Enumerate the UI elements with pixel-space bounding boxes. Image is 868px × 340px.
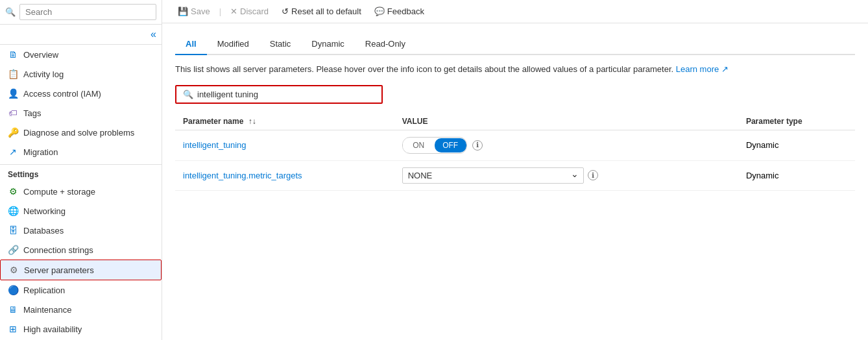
sidebar-item-compute-storage[interactable]: ⚙ Compute + storage	[0, 182, 162, 201]
info-icon[interactable]: ℹ	[472, 140, 483, 151]
compute-storage-icon: ⚙	[8, 186, 18, 197]
connection-strings-icon: 🔗	[8, 245, 18, 255]
sidebar-item-maintenance[interactable]: 🖥 Maintenance	[0, 300, 162, 319]
toggle-on-option[interactable]: ON	[403, 138, 435, 152]
server-parameters-icon: ⚙	[8, 265, 19, 275]
tab-read-only[interactable]: Read-Only	[355, 34, 416, 55]
sidebar-item-label: Compute + storage	[23, 187, 95, 197]
sidebar-item-migration[interactable]: ↗ Migration	[0, 142, 162, 162]
sidebar-search-input[interactable]	[19, 4, 156, 20]
tabs-container: All Modified Static Dynamic Read-Only	[175, 34, 855, 55]
tab-all[interactable]: All	[175, 34, 207, 55]
discard-label: Discard	[240, 6, 269, 16]
diagnose-icon: 🔑	[8, 127, 18, 138]
sidebar-item-server-parameters[interactable]: ⚙ Server parameters	[0, 260, 162, 280]
param-name-link[interactable]: intelligent_tuning.metric_targets	[183, 171, 302, 180]
parameter-search-box: 🔍	[175, 85, 383, 104]
networking-icon: 🌐	[8, 206, 18, 216]
high-availability-icon: ⊞	[8, 324, 18, 334]
sidebar-item-activity-log[interactable]: 📋 Activity log	[0, 64, 162, 84]
param-type-cell: Dynamic	[738, 160, 855, 190]
info-icon[interactable]: ℹ	[588, 170, 598, 180]
feedback-button[interactable]: 💬 Feedback	[369, 4, 429, 19]
reset-icon: ↺	[282, 6, 289, 16]
sidebar-search-container: 🔍	[0, 0, 162, 25]
sidebar-item-high-availability[interactable]: ⊞ High availability	[0, 319, 162, 339]
table-row: intelligent_tuning ON OFF ℹ Dynamic	[175, 130, 855, 160]
dropdown-wrapper: NONE ALL	[402, 167, 584, 184]
metric-targets-dropdown[interactable]: NONE ALL	[402, 167, 584, 184]
sidebar-item-label: Replication	[23, 285, 65, 295]
toggle-control[interactable]: ON OFF	[402, 137, 467, 154]
table-row: intelligent_tuning.metric_targets NONE A…	[175, 160, 855, 190]
toolbar-separator: |	[219, 6, 221, 16]
maintenance-icon: 🖥	[8, 304, 18, 315]
tab-modified[interactable]: Modified	[207, 34, 259, 55]
sidebar-item-databases[interactable]: 🗄 Databases	[0, 221, 162, 240]
col-header-name: Parameter name ↑↓	[175, 113, 394, 130]
tab-dynamic[interactable]: Dynamic	[301, 34, 355, 55]
save-button[interactable]: 💾 Save	[173, 4, 215, 19]
sidebar-item-label: Server parameters	[24, 265, 94, 275]
sidebar-item-label: Overview	[23, 50, 58, 60]
param-name-link[interactable]: intelligent_tuning	[183, 140, 247, 150]
parameters-table: Parameter name ↑↓ VALUE Parameter type i…	[175, 113, 855, 191]
feedback-icon: 💬	[374, 6, 385, 16]
sort-icon[interactable]: ↑↓	[248, 117, 256, 126]
sidebar-item-label: High availability	[23, 324, 82, 334]
databases-icon: 🗄	[8, 225, 18, 236]
migration-icon: ↗	[8, 147, 18, 157]
collapse-icon: «	[151, 29, 156, 40]
discard-icon: ✕	[230, 6, 237, 16]
sidebar-item-replication[interactable]: 🔵 Replication	[0, 280, 162, 300]
param-search-icon: 🔍	[183, 90, 193, 99]
toggle-off-option[interactable]: OFF	[435, 138, 466, 152]
sidebar-item-networking[interactable]: 🌐 Networking	[0, 201, 162, 221]
sidebar-collapse-button[interactable]: «	[0, 25, 162, 45]
param-type-cell: Dynamic	[738, 130, 855, 160]
info-text: This list shows all server parameters. P…	[175, 63, 855, 76]
discard-button[interactable]: ✕ Discard	[225, 4, 274, 19]
sidebar-item-label: Migration	[23, 147, 58, 157]
learn-more-link[interactable]: Learn more ↗	[676, 64, 729, 74]
settings-section-label: Settings	[0, 164, 162, 182]
sidebar-item-label: Maintenance	[23, 305, 71, 315]
overview-icon: 🗎	[8, 49, 18, 60]
col-header-value: VALUE	[394, 113, 738, 130]
col-header-type: Parameter type	[738, 113, 855, 130]
tags-icon: 🏷	[8, 108, 18, 118]
tab-static[interactable]: Static	[259, 34, 302, 55]
sidebar: 🔍 « 🗎 Overview 📋 Activity log 👤 Access c…	[0, 0, 162, 340]
replication-icon: 🔵	[8, 285, 18, 295]
sidebar-item-label: Connection strings	[23, 245, 93, 255]
content-area: All Modified Static Dynamic Read-Only Th…	[162, 23, 868, 340]
sidebar-item-overview[interactable]: 🗎 Overview	[0, 45, 162, 64]
dropdown-container: NONE ALL ℹ	[402, 167, 730, 184]
sidebar-search-icon: 🔍	[5, 7, 16, 17]
save-icon: 💾	[178, 6, 188, 16]
sidebar-item-label: Activity log	[23, 69, 64, 79]
toolbar: 💾 Save | ✕ Discard ↺ Reset all to defaul…	[162, 0, 868, 23]
feedback-label: Feedback	[387, 6, 424, 16]
sidebar-item-label: Networking	[23, 206, 66, 216]
access-control-icon: 👤	[8, 88, 18, 99]
sidebar-item-diagnose[interactable]: 🔑 Diagnose and solve problems	[0, 123, 162, 142]
main-content: 💾 Save | ✕ Discard ↺ Reset all to defaul…	[162, 0, 868, 340]
reset-button[interactable]: ↺ Reset all to default	[276, 4, 367, 19]
save-label: Save	[191, 6, 210, 16]
parameter-search-input[interactable]	[197, 90, 375, 99]
sidebar-item-connection-strings[interactable]: 🔗 Connection strings	[0, 240, 162, 260]
sidebar-item-label: Databases	[23, 226, 64, 236]
reset-label: Reset all to default	[291, 6, 361, 16]
sidebar-item-label: Tags	[23, 108, 41, 118]
sidebar-item-label: Access control (IAM)	[23, 89, 101, 99]
sidebar-item-tags[interactable]: 🏷 Tags	[0, 103, 162, 123]
activity-log-icon: 📋	[8, 69, 18, 79]
sidebar-item-access-control[interactable]: 👤 Access control (IAM)	[0, 84, 162, 103]
sidebar-item-label: Diagnose and solve problems	[23, 128, 134, 138]
